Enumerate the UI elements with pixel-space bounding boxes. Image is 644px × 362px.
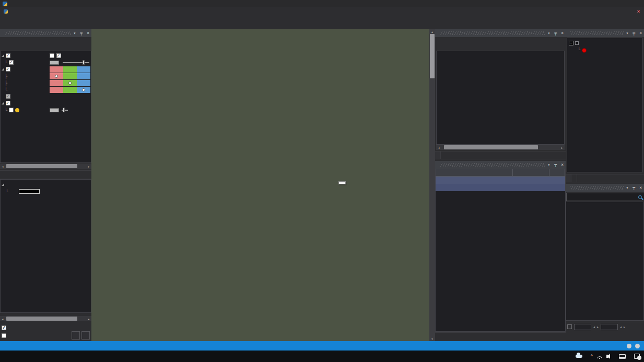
green-assignment-cell[interactable] xyxy=(63,80,77,86)
process-tree[interactable] xyxy=(436,51,565,145)
process-tree-hscrollbar[interactable]: ◂▸ xyxy=(436,145,565,150)
auto-update-checkbox[interactable] xyxy=(2,325,6,330)
panel-menu-icon[interactable]: ▾ xyxy=(74,31,76,36)
view-settings-hscrollbar[interactable]: ◂▸ xyxy=(0,164,91,169)
system-tray: ^ xyxy=(576,354,644,359)
status-indicator-icon xyxy=(635,344,640,348)
tab-inheritance[interactable] xyxy=(571,174,577,182)
image-layers-checkbox[interactable] xyxy=(6,67,10,72)
discard-button[interactable] xyxy=(72,331,80,340)
table-row[interactable] xyxy=(436,184,565,191)
middle-dock: ▾┯× ◂▸ ▾┯× xyxy=(435,29,566,341)
pin-icon[interactable]: ┯ xyxy=(633,185,635,190)
windows-taskbar: ^ xyxy=(0,351,644,362)
close-icon[interactable]: × xyxy=(87,31,89,36)
status-bar xyxy=(0,341,644,351)
building18-class-color xyxy=(15,108,19,112)
building18-outline-swatch[interactable] xyxy=(50,108,59,112)
increment-icon[interactable]: ▸ xyxy=(624,325,625,329)
left-dock: ▾┯× └ ├ ├ └ └ xyxy=(0,29,91,341)
object-levels-checkbox[interactable] xyxy=(6,53,10,58)
table-row[interactable] xyxy=(436,177,565,184)
feature-view-header: ▾┯× xyxy=(566,184,644,192)
class-hierarchy-tree[interactable]: - └ xyxy=(567,38,643,172)
pin-icon[interactable]: ┯ xyxy=(554,31,557,36)
menu-bar: × xyxy=(0,7,644,16)
status-indicator-icon xyxy=(627,344,631,348)
pin-icon[interactable]: ┯ xyxy=(633,31,635,36)
table-row[interactable] xyxy=(436,191,565,198)
pin-icon[interactable]: ┯ xyxy=(554,162,557,167)
general-settings-tree[interactable]: └ xyxy=(0,179,91,313)
apply-all-views-checkbox[interactable] xyxy=(2,333,6,338)
panel-menu-icon[interactable]: ▾ xyxy=(548,31,551,36)
feature-view-tree[interactable] xyxy=(566,202,644,321)
decrement-icon[interactable]: ◂ xyxy=(593,325,595,329)
expander-icon[interactable]: - xyxy=(569,41,573,45)
feature-range-checkbox[interactable] xyxy=(567,324,572,329)
panel-menu-icon[interactable]: ▾ xyxy=(626,31,629,36)
hierarchy-tab-row xyxy=(566,174,644,182)
close-icon[interactable]: × xyxy=(639,185,642,190)
speaker-icon[interactable] xyxy=(606,355,608,358)
blue-assignment-cell[interactable] xyxy=(77,87,90,93)
panel-menu-icon[interactable]: ▾ xyxy=(548,162,551,167)
view-settings-tab-row xyxy=(0,170,91,179)
close-icon[interactable]: × xyxy=(639,31,642,36)
level18-checkbox[interactable] xyxy=(9,60,14,65)
red-assignment-cell[interactable] xyxy=(50,73,63,79)
weather-icon[interactable] xyxy=(576,355,582,358)
ecognition-developer-window: × ▾┯× └ ├ ├ └ xyxy=(0,0,644,362)
opacity-slider[interactable] xyxy=(63,62,89,63)
panel-menu-icon[interactable]: ▾ xyxy=(626,185,629,190)
object-information-header: ▾┯× xyxy=(435,161,566,169)
building18-checkbox[interactable] xyxy=(9,108,14,112)
main-toolbar xyxy=(0,16,644,29)
object-tooltip xyxy=(338,181,346,184)
tab-groups[interactable] xyxy=(566,174,571,182)
search-icon[interactable] xyxy=(638,195,642,199)
view-settings-toolbar xyxy=(0,37,91,51)
decrement-icon[interactable]: ◂ xyxy=(620,325,622,329)
feature-search-input[interactable] xyxy=(566,193,644,201)
point-clouds-checkbox xyxy=(6,94,10,99)
pin-icon[interactable]: ┯ xyxy=(80,31,83,36)
view-settings-footer xyxy=(2,324,90,340)
close-icon[interactable]: × xyxy=(561,162,564,167)
close-icon[interactable]: × xyxy=(561,31,564,36)
general-hscrollbar[interactable]: ◂▸ xyxy=(0,316,91,321)
process-tree-toolbar xyxy=(435,37,566,51)
keyboard-icon[interactable] xyxy=(619,354,626,359)
image-view[interactable]: ▴▾ xyxy=(91,29,435,341)
feature-range-bar: ◂▸ ◂▸ xyxy=(566,322,644,331)
class-hierarchy-header: ▾┯× xyxy=(566,29,644,37)
process-tree-tab-row xyxy=(435,151,566,159)
notification-icon[interactable] xyxy=(634,354,640,359)
column-value[interactable] xyxy=(513,169,549,176)
vector-layers-checkbox[interactable] xyxy=(6,101,10,106)
wifi-icon[interactable] xyxy=(597,354,602,359)
range-max-input[interactable] xyxy=(601,324,618,330)
column-feature[interactable] xyxy=(436,169,513,176)
notification-badge xyxy=(637,356,641,360)
view-settings-header: ▾┯× xyxy=(0,29,91,37)
outline-checkbox[interactable] xyxy=(50,53,54,58)
level-color-swatch[interactable] xyxy=(50,61,59,65)
building18-width-slider[interactable] xyxy=(62,110,68,111)
view-settings-tree[interactable]: └ ├ ├ └ └ xyxy=(0,51,91,163)
right-dock: ▾┯× - └ ▾┯× ◂▸ ◂▸ xyxy=(566,29,644,341)
class-color-icon xyxy=(582,48,587,53)
title-bar xyxy=(0,0,644,7)
increment-icon[interactable]: ▸ xyxy=(597,325,599,329)
image-vscrollbar[interactable]: ▴▾ xyxy=(429,29,435,341)
tray-expand-icon[interactable]: ^ xyxy=(591,354,593,359)
apply-button[interactable] xyxy=(81,331,90,340)
document-close-icon[interactable]: × xyxy=(637,9,640,14)
process-tree-header: ▾┯× xyxy=(435,29,566,37)
tab-main[interactable] xyxy=(435,151,441,159)
app-logo-icon xyxy=(3,2,7,6)
fill-checkbox[interactable] xyxy=(56,53,61,58)
range-min-input[interactable] xyxy=(574,324,591,330)
background-color-swatch[interactable] xyxy=(19,189,40,194)
object-information-table[interactable] xyxy=(435,169,566,332)
